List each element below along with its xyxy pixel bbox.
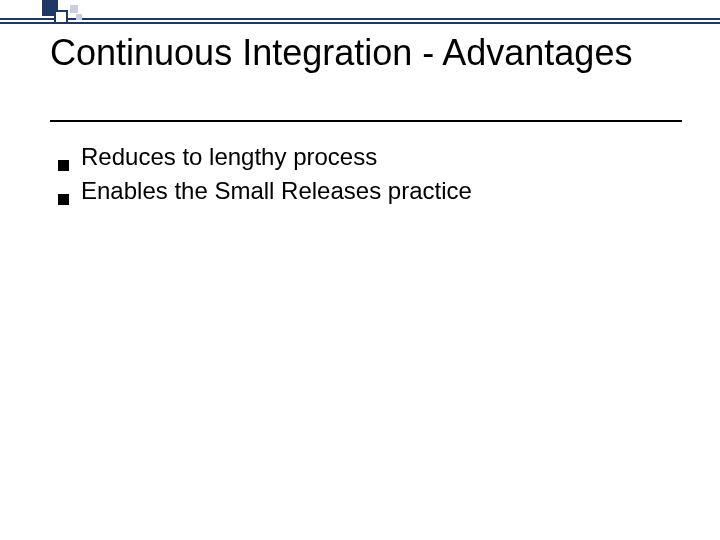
list-item: Reduces to lengthy process xyxy=(58,142,678,172)
bullet-text: Enables the Small Releases practice xyxy=(81,176,472,206)
slide-top-decoration xyxy=(0,0,720,26)
square-bullet-icon xyxy=(58,194,69,205)
title-underline xyxy=(50,120,682,122)
slide-title: Continuous Integration - Advantages xyxy=(50,32,690,73)
list-item: Enables the Small Releases practice xyxy=(58,176,678,206)
bullet-text: Reduces to lengthy process xyxy=(81,142,377,172)
square-bullet-icon xyxy=(58,160,69,171)
slide-body: Reduces to lengthy process Enables the S… xyxy=(58,142,678,210)
